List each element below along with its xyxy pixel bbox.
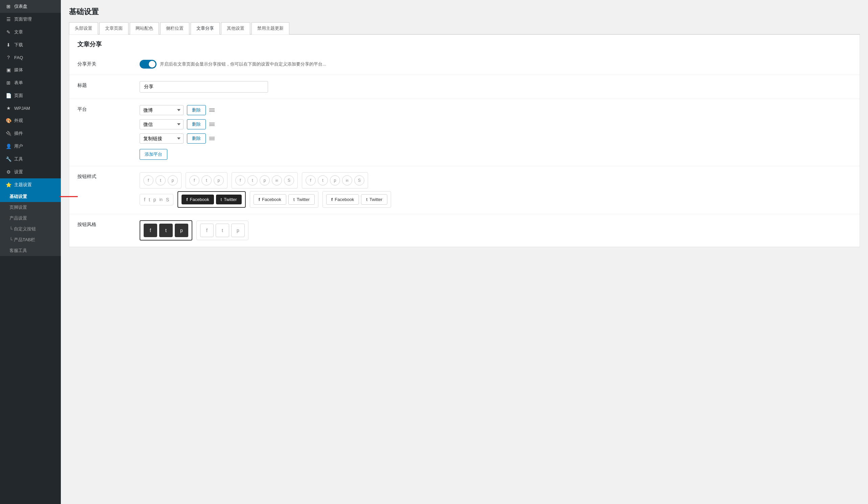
share-toggle-switch[interactable] (140, 60, 156, 69)
sidebar-item-footer-settings[interactable]: 页脚设置 (0, 202, 61, 213)
sidebar-item-product-tab[interactable]: └ 产品TAB栏 (0, 234, 61, 245)
sidebar-item-customer-service[interactable]: 客服工具 (0, 245, 61, 256)
platform-content: 微博 微信 Twitter Facebook 复制链接 删除 微信 (140, 105, 851, 160)
style-7-twitter-label: Twitter (297, 197, 310, 202)
sidebar-item-page-manage[interactable]: ☰ 页面管理 (0, 13, 61, 26)
title-input[interactable] (140, 81, 268, 93)
style-option-5-icons: f t p in S (143, 197, 170, 202)
style-7-facebook-label: Facebook (262, 197, 281, 202)
bs2-o1-p: p (175, 224, 188, 237)
platform-select-1[interactable]: 微博 微信 Twitter Facebook 复制链接 (140, 105, 184, 115)
section-header: 文章分享 (69, 35, 859, 48)
style-8-twitter-label: Twitter (370, 197, 382, 202)
button-style2-row: 按钮风格 f t p f t (69, 214, 859, 247)
button-style2-option1-icons: f t p (144, 224, 188, 237)
sidebar-item-tools[interactable]: 🔧 工具 (0, 153, 61, 166)
style-5-in: in (159, 197, 163, 202)
sidebar-item-theme-settings[interactable]: ⭐ 主题设置 (0, 178, 61, 191)
bs2-o1-f: f (144, 224, 157, 237)
sidebar-item-dashboard[interactable]: ⊞ 仪表盘 (0, 0, 61, 13)
style-option-8[interactable]: f Facebook t Twitter (322, 191, 391, 208)
sidebar-item-label: 下载 (14, 42, 23, 48)
sidebar-item-page[interactable]: 📄 页面 (0, 89, 61, 102)
style-4-f: f (306, 175, 316, 186)
style-option-4[interactable]: f t p in S (302, 172, 368, 189)
drag-handle-2[interactable] (209, 123, 215, 126)
style-option-2[interactable]: f t p (186, 172, 227, 189)
style-option-5[interactable]: f t p in S (140, 194, 173, 206)
tab-header[interactable]: 头部设置 (69, 22, 98, 34)
sidebar-item-wpjam[interactable]: ★ WPJAM (0, 102, 61, 114)
sidebar-item-label: 产品设置 (9, 215, 27, 221)
platform-row-3: 复制链接 微博 微信 Twitter Facebook 删除 (140, 134, 851, 144)
tab-site-color[interactable]: 网站配色 (130, 22, 159, 34)
style-3-in: in (272, 175, 282, 186)
add-platform-button[interactable]: 添加平台 (140, 149, 167, 160)
delete-btn-1[interactable]: 删除 (187, 105, 206, 115)
title-content (140, 81, 851, 93)
title-label: 标题 (78, 81, 132, 88)
style-5-s: S (165, 197, 170, 202)
style-6-facebook-btn: f Facebook (182, 195, 214, 204)
delete-btn-2[interactable]: 删除 (187, 119, 206, 129)
style-3-s: S (284, 175, 294, 186)
drag-handle-1[interactable] (209, 108, 215, 112)
sidebar-item-faq[interactable]: ? FAQ (0, 51, 61, 63)
sidebar-item-user[interactable]: 👤 用户 (0, 140, 61, 153)
tab-article-page[interactable]: 文章页面 (100, 22, 128, 34)
media-icon: ▣ (6, 67, 11, 73)
style-3-p: p (260, 175, 270, 186)
style-5-p: p (153, 197, 157, 202)
style-option-6[interactable]: f Facebook t Twitter (177, 191, 245, 208)
sidebar-item-label: 客服工具 (9, 248, 27, 254)
form-icon: ⊞ (6, 80, 11, 85)
platform-setting-row: 平台 微博 微信 Twitter Facebook 复制链接 删除 (69, 99, 859, 166)
style-option-3[interactable]: f t p in S (231, 172, 298, 189)
button-style2-options: f t p f t p (140, 220, 851, 241)
button-style-label: 按钮样式 (78, 172, 132, 180)
title-setting-row: 标题 (69, 75, 859, 99)
sidebar-item-label: 基础设置 (9, 193, 27, 200)
sidebar-item-basic-settings[interactable]: 基础设置 (0, 191, 61, 202)
style-2-p: p (214, 175, 224, 186)
style-groups-row1: f t p f t p (140, 172, 851, 189)
sidebar-item-custom-btn[interactable]: └ 自定义按钮 (0, 224, 61, 234)
style-8-facebook-btn: f Facebook (326, 194, 359, 205)
tab-other-settings[interactable]: 其他设置 (221, 22, 250, 34)
drag-handle-3[interactable] (209, 137, 215, 140)
style-option-7[interactable]: f Facebook t Twitter (250, 191, 318, 208)
style-option-1[interactable]: f t p (140, 172, 182, 189)
button-style2-option1[interactable]: f t p (140, 220, 192, 241)
platform-select-2[interactable]: 微信 微博 Twitter Facebook 复制链接 (140, 119, 184, 129)
style-6-twitter-label: Twitter (224, 197, 237, 202)
style-option-3-icons: f t p in S (235, 175, 294, 186)
style-7-facebook-btn: f Facebook (254, 194, 286, 205)
sidebar-item-plugin[interactable]: 🔌 插件 (0, 127, 61, 140)
bs2-o2-t: t (216, 224, 229, 237)
sidebar-item-product-settings[interactable]: 产品设置 (0, 213, 61, 224)
sidebar-item-settings[interactable]: ⚙ 设置 (0, 166, 61, 178)
delete-btn-3[interactable]: 删除 (187, 134, 206, 144)
style-4-s: S (354, 175, 364, 186)
download-icon: ⬇ (6, 42, 11, 48)
tab-disable-update[interactable]: 禁用主题更新 (251, 22, 289, 34)
page-title: 基础设置 (69, 7, 860, 17)
button-style2-label: 按钮风格 (78, 220, 132, 228)
sidebar-item-article[interactable]: ✎ 文章 (0, 26, 61, 39)
sidebar-item-media[interactable]: ▣ 媒体 (0, 63, 61, 76)
platform-select-3[interactable]: 复制链接 微博 微信 Twitter Facebook (140, 134, 184, 144)
style-7-t-icon: t (293, 197, 295, 202)
style-1-p: p (168, 175, 178, 186)
sidebar-item-appearance[interactable]: 🎨 外观 (0, 114, 61, 127)
button-style2-option2[interactable]: f t p (196, 221, 248, 240)
tab-sidebar-position[interactable]: 侧栏位置 (160, 22, 189, 34)
style-7-f-icon: f (259, 197, 260, 202)
tab-article-share[interactable]: 文章分享 (190, 22, 220, 34)
toggle-row: 开启后在文章页面会显示分享按钮，你可以在下面的设置中自定义添加要分享的平台... (140, 60, 851, 69)
sidebar-item-label: 媒体 (14, 67, 23, 73)
sidebar-item-label: 外观 (14, 117, 23, 124)
style-4-in: in (342, 175, 352, 186)
page-icon: 📄 (6, 93, 11, 98)
sidebar-item-form[interactable]: ⊞ 表单 (0, 76, 61, 89)
sidebar-item-download[interactable]: ⬇ 下载 (0, 39, 61, 51)
